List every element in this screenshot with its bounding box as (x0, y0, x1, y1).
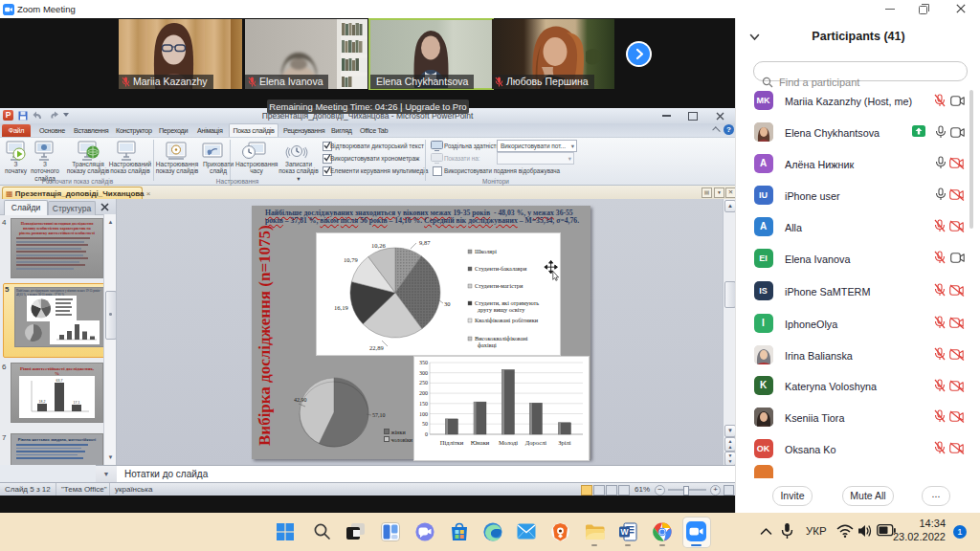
svg-text:200: 200 (419, 390, 428, 396)
svg-text:10,26: 10,26 (371, 242, 386, 249)
svg-text:Молоді: Молоді (499, 439, 518, 446)
svg-text:250: 250 (419, 380, 428, 386)
svg-text:Школярі: Школярі (475, 248, 497, 254)
svg-text:100: 100 (419, 411, 428, 417)
svg-text:другу вищу освіту: другу вищу освіту (478, 306, 525, 313)
svg-text:Зрілі: Зрілі (558, 439, 571, 446)
svg-text:Підлітки: Підлітки (440, 439, 464, 446)
svg-text:9,87: 9,87 (419, 239, 431, 246)
svg-text:Студенти-бакалаври: Студенти-бакалаври (475, 265, 527, 272)
svg-text:10,79: 10,79 (344, 256, 358, 263)
svg-text:16,19: 16,19 (334, 304, 348, 311)
svg-text:50: 50 (422, 421, 428, 427)
svg-text:W: W (620, 527, 629, 537)
svg-text:Кваліфіковані робітники: Кваліфіковані робітники (475, 317, 539, 323)
svg-text:Студенти-магістри: Студенти-магістри (475, 282, 523, 289)
svg-text:57,10: 57,10 (372, 412, 386, 418)
svg-text:0: 0 (425, 431, 428, 437)
svg-text:Висококваліфіковані: Висококваліфіковані (475, 335, 528, 342)
svg-text:Дорослі: Дорослі (525, 439, 546, 446)
svg-text:30: 30 (444, 300, 451, 307)
svg-text:300: 300 (419, 370, 428, 376)
svg-text:Юнаки: Юнаки (471, 439, 490, 446)
svg-text:150: 150 (419, 401, 428, 407)
svg-text:22,89: 22,89 (369, 344, 384, 351)
svg-text:63,7: 63,7 (56, 379, 63, 383)
svg-text:17,1: 17,1 (74, 401, 80, 405)
svg-text:фахівці: фахівці (478, 342, 497, 348)
svg-text:42,90: 42,90 (294, 397, 307, 403)
svg-text:Студенти, які отримують: Студенти, які отримують (475, 299, 539, 306)
svg-text:350: 350 (419, 360, 428, 365)
svg-text:18,2: 18,2 (39, 400, 46, 404)
